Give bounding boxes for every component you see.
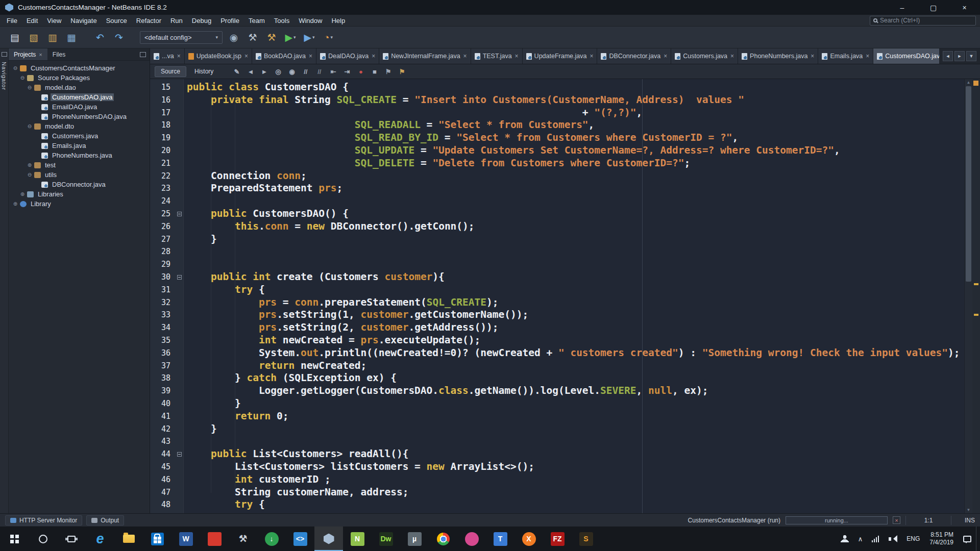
collapse-icon[interactable]: ⊖ [26, 85, 33, 90]
view-history[interactable]: History [188, 66, 219, 77]
find-occurrences-icon[interactable]: ◉ [286, 66, 298, 77]
editor-tab-newjinternalframe-java[interactable]: NewJInternalFrame.java× [379, 48, 471, 64]
editor-tab-dbconnector-java[interactable]: DBConnector.java× [597, 48, 671, 64]
tree-item-test[interactable]: ⊕test [9, 160, 150, 170]
code-editor[interactable]: 15public class CustomersDAO {16 private … [150, 79, 980, 513]
start-button[interactable] [0, 527, 29, 551]
start-macro-icon[interactable]: ● [355, 66, 366, 77]
action-center-button[interactable] [959, 527, 976, 551]
filezilla-icon[interactable]: FZ [543, 527, 572, 551]
tree-item-source-packages[interactable]: ⊖Source Packages [9, 73, 150, 83]
sublime-icon[interactable]: S [572, 527, 600, 551]
chrome-icon[interactable] [429, 527, 457, 551]
close-tab-icon[interactable]: × [309, 53, 312, 60]
profile-project-icon[interactable]: ◔▾ [321, 30, 336, 45]
menu-edit[interactable]: Edit [22, 16, 42, 26]
forward-icon[interactable]: ► [258, 66, 270, 77]
edge-icon[interactable]: e [86, 527, 114, 551]
fold-marker-icon[interactable] [175, 212, 184, 216]
view-source[interactable]: Source [155, 66, 186, 77]
editor-tab-emails-java[interactable]: Emails.java× [818, 48, 873, 64]
debug-project-icon[interactable]: ▶▾ [302, 30, 317, 45]
tree-item-customers-java[interactable]: Customers.java [9, 131, 150, 141]
show-desktop-button[interactable] [976, 527, 980, 551]
system-tools-icon[interactable]: ⚒ [229, 527, 257, 551]
pink-app-icon[interactable] [457, 527, 486, 551]
minimize-button[interactable]: – [887, 0, 918, 15]
editor-tab-phonenumbers-java[interactable]: PhoneNumbers.java× [738, 48, 818, 64]
cancel-task-button[interactable]: × [893, 516, 900, 524]
tree-item-customerscontactsmanager[interactable]: ⊖CustomersContactsManager [9, 63, 150, 73]
editor-tab-test-java[interactable]: TEST.java× [471, 48, 523, 64]
red-app-icon[interactable] [200, 527, 229, 551]
config-select[interactable]: <default config>▾ [140, 31, 223, 44]
editor-tab-customers-java[interactable]: Customers.java× [671, 48, 738, 64]
new-project-icon[interactable]: ▧ [26, 30, 41, 45]
tree-item-phonenumbers-java[interactable]: PhoneNumbers.java [9, 151, 150, 160]
close-tab-icon[interactable]: × [590, 53, 593, 60]
tree-item-libraries[interactable]: ⊕Libraries [9, 189, 150, 199]
vertical-scrollbar[interactable] [964, 79, 972, 513]
menu-debug[interactable]: Debug [187, 16, 216, 26]
tab-list-icon[interactable]: ▼ [966, 51, 976, 61]
close-tab-icon[interactable]: × [866, 53, 869, 60]
menu-window[interactable]: Window [294, 16, 327, 26]
language-indicator[interactable]: ENG [902, 527, 924, 551]
search-input[interactable] [880, 17, 972, 24]
vscode-icon[interactable]: <> [286, 527, 314, 551]
uncomment-icon[interactable]: // [313, 66, 325, 77]
window-tab-output[interactable]: Output [86, 515, 124, 525]
window-group-icon[interactable] [2, 52, 7, 57]
netbeans-icon[interactable] [314, 527, 343, 551]
warning-mark-icon[interactable] [974, 283, 978, 285]
navigator-tab[interactable]: Navigator [1, 62, 7, 90]
editor-tab--va[interactable]: ...va× [150, 48, 185, 64]
tree-item-utils[interactable]: ⊖utils [9, 170, 150, 180]
next-bookmark-icon[interactable]: ⚑ [396, 66, 408, 77]
cortana-button[interactable] [29, 527, 57, 551]
run-project-icon[interactable]: ▶▾ [283, 30, 298, 45]
tree-item-dbconnector-java[interactable]: DBConnector.java [9, 180, 150, 189]
build-project-icon[interactable]: ⚒ [264, 30, 279, 45]
collapse-icon[interactable]: ⊖ [12, 65, 19, 71]
menu-help[interactable]: Help [327, 16, 350, 26]
tree-item-model-dao[interactable]: ⊖model.dao [9, 83, 150, 92]
expand-icon[interactable]: ⊕ [12, 201, 19, 207]
find-selection-icon[interactable]: ◎ [272, 66, 284, 77]
menu-profile[interactable]: Profile [216, 16, 244, 26]
collapse-icon[interactable]: ⊖ [19, 75, 26, 81]
close-tab-icon[interactable]: × [811, 53, 814, 60]
close-tab-icon[interactable]: × [730, 53, 734, 60]
tree-item-library[interactable]: ⊕Library [9, 199, 150, 209]
fold-marker-icon[interactable] [175, 452, 184, 457]
menu-source[interactable]: Source [102, 16, 132, 26]
tree-item-emaildao-java[interactable]: EmailDAO.java [9, 102, 150, 112]
minimize-panel-icon[interactable] [140, 52, 146, 57]
close-icon[interactable]: × [39, 52, 42, 58]
tree-item-model-dto[interactable]: ⊖model.dto [9, 121, 150, 131]
redo-icon[interactable]: ↷ [111, 30, 127, 45]
close-tab-icon[interactable]: × [372, 53, 375, 60]
previous-bookmark-icon[interactable]: ⚑ [382, 66, 394, 77]
scroll-tabs-left-icon[interactable]: ◄ [943, 51, 953, 61]
editor-tab-bookdao-java[interactable]: BookDAO.java× [252, 48, 316, 64]
window-tab-http-server-monitor[interactable]: HTTP Server Monitor [5, 515, 82, 525]
editor-tab-dealdao-java[interactable]: DealDAO.java× [316, 48, 379, 64]
menu-refactor[interactable]: Refactor [132, 16, 166, 26]
volume-icon[interactable] [884, 527, 902, 551]
close-tab-icon[interactable]: × [463, 53, 467, 60]
menu-team[interactable]: Team [244, 16, 270, 26]
new-file-icon[interactable]: ▤ [7, 30, 22, 45]
file-explorer-icon[interactable] [114, 527, 143, 551]
tree-item-customersdao-java[interactable]: CustomersDAO.java [9, 92, 150, 102]
warnings-badge-icon[interactable] [973, 81, 978, 86]
close-tab-icon[interactable]: × [177, 53, 181, 60]
panel-tab-files[interactable]: Files [47, 48, 70, 60]
close-button[interactable]: × [949, 0, 980, 15]
people-button[interactable] [836, 527, 853, 551]
close-tab-icon[interactable]: × [664, 53, 667, 60]
editor-tab-updateframe-java[interactable]: UpdateFrame.java× [523, 48, 598, 64]
panel-tab-projects[interactable]: Projects× [9, 48, 47, 60]
comment-icon[interactable]: // [300, 66, 311, 77]
ide-tools-icon[interactable]: ⚒ [245, 30, 260, 45]
